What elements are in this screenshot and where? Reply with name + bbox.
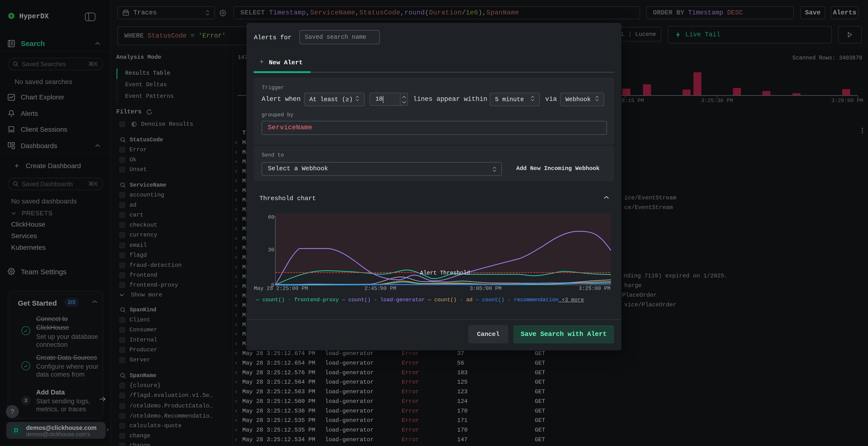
svg-text:3:05:00 PM: 3:05:00 PM (470, 286, 501, 291)
svg-text:60: 60 (268, 214, 274, 220)
svg-text:3:25:00 PM: 3:25:00 PM (579, 286, 611, 291)
svg-text:2:45:00 PM: 2:45:00 PM (364, 286, 396, 291)
svg-text:Alert Threshold: Alert Threshold (420, 270, 470, 276)
svg-text:30: 30 (268, 247, 274, 253)
svg-text:May 28 2:25:00 PM: May 28 2:25:00 PM (254, 286, 308, 291)
